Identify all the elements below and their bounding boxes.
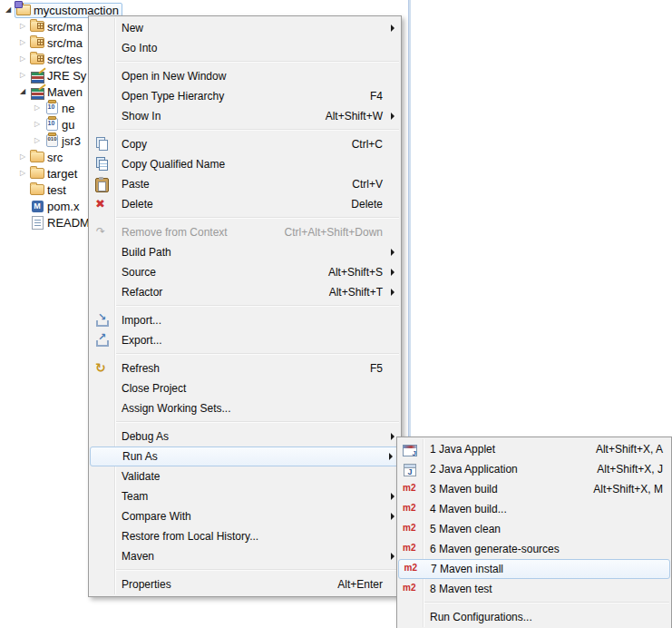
menu-item-paste[interactable]: PasteCtrl+V bbox=[89, 174, 401, 194]
menu-item-open-type-hierarchy[interactable]: Open Type HierarchyF4 bbox=[89, 86, 401, 106]
menu-item-delete[interactable]: DeleteDelete bbox=[89, 194, 401, 214]
jar-binary-icon bbox=[46, 134, 58, 147]
jar-icon bbox=[46, 118, 58, 131]
expand-arrow-icon[interactable]: ▷ bbox=[31, 132, 44, 149]
project-icon bbox=[16, 5, 31, 15]
tree-icon-box bbox=[44, 116, 60, 132]
menu-icon-gutter bbox=[91, 446, 115, 466]
menu-icon-gutter bbox=[89, 358, 114, 378]
expand-arrow-icon[interactable]: ▷ bbox=[16, 149, 29, 165]
menu-item-restore-from-local-history[interactable]: Restore from Local History... bbox=[89, 526, 401, 546]
menu-icon-gutter bbox=[89, 134, 114, 154]
library-icon bbox=[31, 86, 44, 98]
expand-arrow-icon[interactable]: ▷ bbox=[16, 51, 29, 67]
tree-icon-box bbox=[44, 132, 60, 149]
menu-shortcut: F5 bbox=[370, 362, 388, 375]
menu-item-properties[interactable]: PropertiesAlt+Enter bbox=[89, 574, 401, 594]
menu-item-copy-qualified-name[interactable]: Copy Qualified Name bbox=[89, 154, 401, 174]
menu-item-7-maven-install[interactable]: 7 Maven install bbox=[398, 559, 670, 579]
tree-item-label: READM bbox=[45, 216, 90, 230]
menu-icon-gutter bbox=[89, 282, 114, 302]
tree-item-label: gu bbox=[60, 118, 74, 132]
menu-shortcut: Delete bbox=[351, 198, 388, 211]
menu-item-3-maven-build[interactable]: 3 Maven buildAlt+Shift+X, M bbox=[397, 479, 671, 499]
menu-icon-gutter bbox=[397, 607, 423, 627]
menu-item-close-project[interactable]: Close Project bbox=[89, 378, 401, 398]
menu-shortcut: Alt+Enter bbox=[337, 578, 388, 591]
m2-icon bbox=[403, 482, 417, 496]
menu-item-label: 4 Maven build... bbox=[423, 503, 663, 515]
project-context-menu: NewGo IntoOpen in New WindowOpen Type Hi… bbox=[88, 15, 402, 597]
jar-icon bbox=[46, 102, 58, 114]
tree-icon-box bbox=[44, 100, 60, 116]
arrow-spacer bbox=[388, 310, 401, 330]
menu-item-label: Copy bbox=[114, 138, 352, 151]
menu-shortcut: Ctrl+Alt+Shift+Down bbox=[285, 226, 388, 239]
menu-separator bbox=[116, 61, 399, 63]
menu-item-assign-working-sets[interactable]: Assign Working Sets... bbox=[89, 398, 401, 418]
menu-item-run-as[interactable]: Run As bbox=[90, 446, 400, 466]
menu-icon-gutter bbox=[89, 526, 114, 546]
menu-item-label: Refactor bbox=[114, 286, 329, 299]
menu-item-label: 5 Maven clean bbox=[423, 523, 663, 535]
submenu-arrow-icon bbox=[388, 242, 401, 262]
tree-item-label: src/tes bbox=[45, 53, 82, 66]
source-folder-icon bbox=[30, 37, 44, 48]
menu-item-export[interactable]: Export... bbox=[89, 330, 401, 350]
menu-item-show-in[interactable]: Show InAlt+Shift+W bbox=[89, 106, 401, 126]
menu-icon-gutter bbox=[397, 579, 423, 599]
expand-arrow-icon[interactable]: ▷ bbox=[31, 116, 44, 132]
menu-item-6-maven-generate-sources[interactable]: 6 Maven generate-sources bbox=[397, 539, 671, 559]
tree-item-label: Maven bbox=[45, 85, 83, 99]
expand-arrow-icon[interactable]: ▷ bbox=[16, 165, 29, 182]
collapse-arrow-icon[interactable]: ◢ bbox=[16, 83, 29, 100]
menu-item-label: 6 Maven generate-sources bbox=[423, 543, 663, 555]
tree-item-label: JRE Sy bbox=[45, 69, 86, 83]
m2-icon bbox=[404, 562, 419, 576]
menu-item-1-java-applet[interactable]: 1 Java AppletAlt+Shift+X, A bbox=[397, 439, 671, 459]
tree-icon-box bbox=[29, 34, 45, 51]
menu-item-source[interactable]: SourceAlt+Shift+S bbox=[89, 262, 401, 282]
expand-arrow-icon[interactable]: ▷ bbox=[16, 67, 29, 83]
collapse-arrow-icon[interactable]: ◢ bbox=[2, 2, 15, 18]
folder-icon bbox=[30, 184, 44, 195]
menu-item-copy[interactable]: CopyCtrl+C bbox=[89, 134, 401, 154]
menu-item-2-java-application[interactable]: 2 Java ApplicationAlt+Shift+X, J bbox=[397, 459, 671, 479]
menu-item-build-path[interactable]: Build Path bbox=[89, 242, 401, 262]
menu-item-maven[interactable]: Maven bbox=[89, 546, 401, 566]
menu-item-validate[interactable]: Validate bbox=[89, 466, 401, 486]
menu-separator bbox=[116, 353, 399, 355]
menu-item-go-into[interactable]: Go Into bbox=[89, 38, 401, 58]
menu-item-label: Open Type Hierarchy bbox=[114, 90, 370, 103]
tree-icon-box bbox=[29, 18, 45, 34]
menu-item-new[interactable]: New bbox=[89, 18, 401, 38]
expand-arrow-icon[interactable]: ▷ bbox=[16, 34, 29, 51]
menu-item-team[interactable]: Team bbox=[89, 486, 401, 506]
tree-icon-box bbox=[29, 51, 45, 67]
menu-icon-gutter bbox=[89, 38, 114, 58]
menu-item-refactor[interactable]: RefactorAlt+Shift+T bbox=[89, 282, 401, 302]
menu-item-run-configurations[interactable]: Run Configurations... bbox=[397, 607, 671, 627]
menu-item-label: 3 Maven build bbox=[423, 483, 593, 496]
menu-item-remove-from-context[interactable]: Remove from ContextCtrl+Alt+Shift+Down bbox=[89, 222, 401, 242]
menu-item-refresh[interactable]: RefreshF5 bbox=[89, 358, 401, 378]
menu-icon-gutter bbox=[89, 222, 114, 242]
submenu-arrow-icon bbox=[388, 282, 401, 302]
expand-arrow-icon[interactable]: ▷ bbox=[31, 100, 44, 116]
menu-item-open-in-new-window[interactable]: Open in New Window bbox=[89, 66, 401, 86]
tree-icon-box bbox=[15, 2, 32, 18]
arrow-spacer bbox=[388, 86, 401, 106]
menu-shortcut: F4 bbox=[370, 90, 388, 103]
menu-item-4-maven-build[interactable]: 4 Maven build... bbox=[397, 499, 671, 519]
menu-item-8-maven-test[interactable]: 8 Maven test bbox=[397, 579, 671, 599]
menu-item-compare-with[interactable]: Compare With bbox=[89, 506, 401, 526]
menu-icon-gutter bbox=[89, 194, 114, 214]
expand-arrow-icon[interactable]: ▷ bbox=[16, 18, 29, 34]
menu-icon-gutter bbox=[89, 506, 114, 526]
menu-item-debug-as[interactable]: Debug As bbox=[89, 427, 401, 446]
java-application-icon bbox=[404, 464, 416, 476]
tree-icon-box bbox=[29, 182, 45, 198]
menu-item-5-maven-clean[interactable]: 5 Maven clean bbox=[397, 519, 671, 539]
menu-item-import[interactable]: Import... bbox=[89, 310, 401, 330]
menu-icon-gutter bbox=[89, 18, 114, 38]
